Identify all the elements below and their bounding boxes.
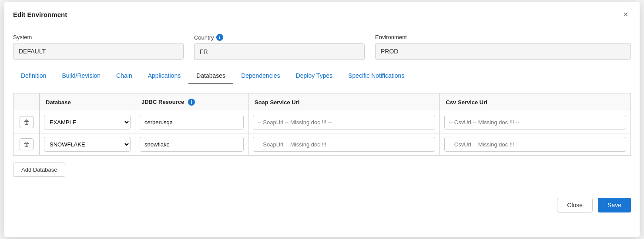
environment-field-group: Environment — [375, 34, 631, 60]
country-input[interactable] — [194, 43, 365, 60]
country-info-icon[interactable]: i — [216, 34, 223, 41]
soap-service-url-input[interactable] — [253, 137, 435, 152]
tab-definition[interactable]: Definition — [13, 68, 54, 84]
col-header-action — [13, 93, 40, 111]
tab-content-databases: Database JDBC Resource i Soap Service Ur… — [13, 84, 631, 186]
modal-header: Edit Environment × — [4, 2, 640, 25]
environment-label: Environment — [375, 34, 631, 40]
jdbc-info-icon[interactable]: i — [188, 99, 195, 106]
trash-icon: 🗑 — [23, 141, 30, 148]
environment-input[interactable] — [375, 43, 631, 60]
table-row: 🗑EXAMPLESNOWFLAKEORACLE — [13, 133, 631, 156]
tab-build-revision[interactable]: Build/Revision — [54, 68, 108, 84]
modal-title: Edit Environment — [13, 11, 67, 18]
tab-applications[interactable]: Applications — [140, 68, 189, 84]
tab-databases[interactable]: Databases — [188, 68, 233, 84]
modal-close-button[interactable]: × — [621, 9, 631, 20]
tab-specific-notifications[interactable]: Specific Notifications — [340, 68, 412, 84]
col-header-database: Database — [40, 93, 135, 111]
database-select[interactable]: EXAMPLESNOWFLAKEORACLE — [44, 137, 131, 152]
delete-row-button[interactable]: 🗑 — [20, 138, 34, 150]
add-database-button[interactable]: Add Database — [13, 163, 65, 177]
tab-dependencies[interactable]: Dependencies — [233, 68, 288, 84]
csv-service-url-input[interactable] — [444, 137, 627, 152]
trash-icon: 🗑 — [23, 119, 30, 126]
system-input[interactable] — [13, 43, 184, 60]
database-select[interactable]: EXAMPLESNOWFLAKEORACLE — [44, 115, 131, 129]
fields-row: System Country i Environment — [13, 34, 631, 60]
csv-service-url-input[interactable] — [444, 115, 627, 129]
soap-service-url-input[interactable] — [253, 115, 435, 129]
table-header-row: Database JDBC Resource i Soap Service Ur… — [13, 93, 631, 111]
col-header-soap: Soap Service Url — [248, 93, 440, 111]
close-button[interactable]: Close — [557, 198, 593, 212]
jdbc-resource-input[interactable] — [140, 115, 244, 129]
system-label: System — [13, 34, 184, 40]
delete-row-button[interactable]: 🗑 — [20, 116, 34, 128]
tab-chain[interactable]: Chain — [108, 68, 140, 84]
jdbc-resource-input[interactable] — [140, 137, 244, 152]
databases-table: Database JDBC Resource i Soap Service Ur… — [13, 93, 631, 156]
tab-deploy-types[interactable]: Deploy Types — [288, 68, 341, 84]
country-label: Country i — [194, 34, 365, 41]
country-field-group: Country i — [194, 34, 365, 60]
edit-environment-modal: Edit Environment × System Country i Envi… — [4, 2, 640, 237]
modal-body: System Country i Environment Definition … — [4, 25, 640, 186]
col-header-csv: Csv Service Url — [439, 93, 631, 111]
modal-footer: Close Save — [4, 190, 640, 220]
system-field-group: System — [13, 34, 184, 60]
save-button[interactable]: Save — [598, 198, 631, 212]
col-header-jdbc: JDBC Resource i — [135, 93, 248, 111]
tabs-bar: Definition Build/Revision Chain Applicat… — [13, 68, 631, 84]
table-row: 🗑EXAMPLESNOWFLAKEORACLE — [13, 111, 631, 133]
